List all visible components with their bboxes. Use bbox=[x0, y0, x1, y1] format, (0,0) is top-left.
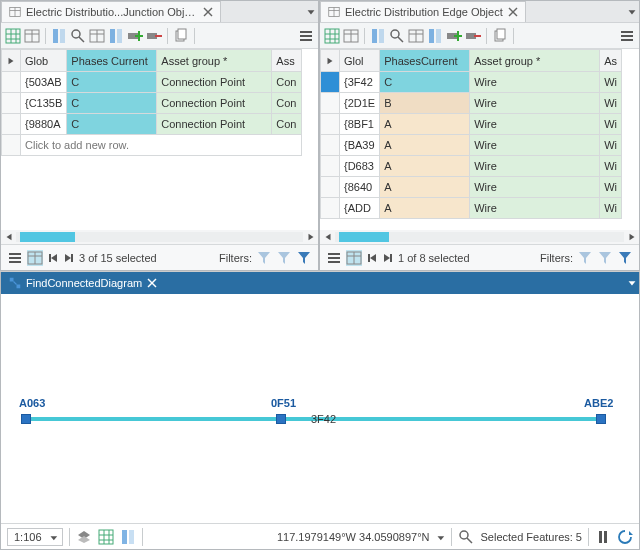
row-selector[interactable] bbox=[321, 135, 340, 156]
tb-search-icon[interactable] bbox=[389, 28, 405, 44]
table-row[interactable]: {BA39AWireWi bbox=[321, 135, 622, 156]
cell-asset[interactable]: Wi bbox=[600, 198, 622, 219]
close-icon[interactable] bbox=[508, 7, 518, 17]
cell-assetgroup[interactable]: Connection Point bbox=[157, 72, 272, 93]
table-row[interactable]: {9880ACConnection PointCon bbox=[2, 114, 302, 135]
tb-copy-icon[interactable] bbox=[173, 28, 189, 44]
col-phases[interactable]: Phases Current bbox=[67, 50, 157, 72]
row-selector[interactable] bbox=[321, 114, 340, 135]
col-globalid[interactable]: Glol bbox=[340, 50, 380, 72]
tb-6-icon[interactable] bbox=[108, 28, 124, 44]
diagram-canvas[interactable]: A063 0F51 ABE2 3F42 bbox=[1, 294, 639, 523]
last-icon[interactable] bbox=[382, 252, 394, 264]
cell-globalid[interactable]: {2D1E bbox=[340, 93, 380, 114]
tb-5-icon[interactable] bbox=[89, 28, 105, 44]
filter-2-icon[interactable] bbox=[597, 250, 613, 266]
close-icon[interactable] bbox=[147, 278, 157, 288]
filter-2-icon[interactable] bbox=[276, 250, 292, 266]
filter-1-icon[interactable] bbox=[256, 250, 272, 266]
tb-1-icon[interactable] bbox=[324, 28, 340, 44]
tb-rowadd-icon[interactable] bbox=[446, 28, 462, 44]
tb-search-icon[interactable] bbox=[70, 28, 86, 44]
cell-assetgroup[interactable]: Wire bbox=[470, 93, 600, 114]
status-btn-1-icon[interactable] bbox=[76, 529, 92, 545]
view-all-icon[interactable] bbox=[326, 250, 342, 266]
col-assetgroup[interactable]: Asset group * bbox=[157, 50, 272, 72]
status-btn-3-icon[interactable] bbox=[120, 529, 136, 545]
cell-phase[interactable]: C bbox=[67, 72, 157, 93]
cell-phase[interactable]: C bbox=[67, 93, 157, 114]
cell-asset[interactable]: Con bbox=[272, 72, 301, 93]
select-icon[interactable] bbox=[458, 529, 474, 545]
tabs-dropdown-icon[interactable] bbox=[625, 1, 639, 22]
cell-assetgroup[interactable]: Wire bbox=[470, 72, 600, 93]
close-icon[interactable] bbox=[203, 7, 213, 17]
cell-globalid[interactable]: {8640 bbox=[340, 177, 380, 198]
cell-phase[interactable]: A bbox=[380, 135, 470, 156]
scroll-left-icon[interactable] bbox=[3, 232, 14, 243]
cell-asset[interactable]: Wi bbox=[600, 93, 622, 114]
status-btn-2-icon[interactable] bbox=[98, 529, 114, 545]
table-row[interactable]: {C135BCConnection PointCon bbox=[2, 93, 302, 114]
edge[interactable] bbox=[26, 417, 281, 421]
hscroll[interactable] bbox=[320, 230, 639, 244]
cell-asset[interactable]: Wi bbox=[600, 156, 622, 177]
col-asset[interactable]: As bbox=[600, 50, 622, 72]
tb-rowadd-icon[interactable] bbox=[127, 28, 143, 44]
filter-3-icon[interactable] bbox=[617, 250, 633, 266]
row-selector[interactable] bbox=[321, 198, 340, 219]
tb-rowdel-icon[interactable] bbox=[465, 28, 481, 44]
cell-assetgroup[interactable]: Wire bbox=[470, 114, 600, 135]
cell-globalid[interactable]: {BA39 bbox=[340, 135, 380, 156]
col-globalid[interactable]: Glob bbox=[21, 50, 67, 72]
table-row[interactable]: {2D1EBWireWi bbox=[321, 93, 622, 114]
table-row[interactable]: {503ABCConnection PointCon bbox=[2, 72, 302, 93]
chevron-down-icon[interactable] bbox=[435, 532, 445, 542]
tb-6-icon[interactable] bbox=[427, 28, 443, 44]
cell-assetgroup[interactable]: Connection Point bbox=[157, 114, 272, 135]
row-selector[interactable] bbox=[321, 177, 340, 198]
tb-2-icon[interactable] bbox=[24, 28, 40, 44]
row-selector[interactable] bbox=[2, 72, 21, 93]
tb-menu-icon[interactable] bbox=[619, 28, 635, 44]
cell-phase[interactable]: C bbox=[67, 114, 157, 135]
cell-globalid[interactable]: {503AB bbox=[21, 72, 67, 93]
first-icon[interactable] bbox=[47, 252, 59, 264]
cell-globalid[interactable]: {C135B bbox=[21, 93, 67, 114]
junction-grid[interactable]: Glob Phases Current Asset group * Ass {5… bbox=[1, 49, 318, 156]
pause-icon[interactable] bbox=[595, 529, 611, 545]
cell-assetgroup[interactable]: Wire bbox=[470, 156, 600, 177]
tb-col-icon[interactable] bbox=[51, 28, 67, 44]
tab-junction[interactable]: Electric Distributio...Junction Object bbox=[1, 1, 221, 22]
tb-rowdel-icon[interactable] bbox=[146, 28, 162, 44]
tabs-dropdown-icon[interactable] bbox=[625, 272, 639, 294]
cell-phase[interactable]: A bbox=[380, 177, 470, 198]
cell-phase[interactable]: A bbox=[380, 114, 470, 135]
filter-1-icon[interactable] bbox=[577, 250, 593, 266]
cell-phase[interactable]: B bbox=[380, 93, 470, 114]
refresh-icon[interactable] bbox=[617, 529, 633, 545]
col-asset[interactable]: Ass bbox=[272, 50, 301, 72]
row-selector[interactable] bbox=[321, 93, 340, 114]
tb-5-icon[interactable] bbox=[408, 28, 424, 44]
scale-selector[interactable]: 1:106 bbox=[7, 528, 63, 546]
last-icon[interactable] bbox=[63, 252, 75, 264]
cell-globalid[interactable]: {3F42 bbox=[340, 72, 380, 93]
view-selected-icon[interactable] bbox=[27, 250, 43, 266]
filter-3-icon[interactable] bbox=[296, 250, 312, 266]
hscroll[interactable] bbox=[1, 230, 318, 244]
table-row[interactable]: {3F42CWireWi bbox=[321, 72, 622, 93]
table-row[interactable]: {8BF1AWireWi bbox=[321, 114, 622, 135]
cell-asset[interactable]: Wi bbox=[600, 114, 622, 135]
cell-phase[interactable]: A bbox=[380, 198, 470, 219]
cell-assetgroup[interactable]: Connection Point bbox=[157, 93, 272, 114]
cell-asset[interactable]: Con bbox=[272, 114, 301, 135]
row-selector[interactable] bbox=[2, 114, 21, 135]
edge-grid[interactable]: Glol PhasesCurrent Asset group * As {3F4… bbox=[320, 49, 639, 219]
tb-1-icon[interactable] bbox=[5, 28, 21, 44]
scroll-left-icon[interactable] bbox=[322, 232, 333, 243]
cell-globalid[interactable]: {8BF1 bbox=[340, 114, 380, 135]
tb-col-icon[interactable] bbox=[370, 28, 386, 44]
node[interactable] bbox=[21, 414, 31, 424]
cell-asset[interactable]: Wi bbox=[600, 72, 622, 93]
